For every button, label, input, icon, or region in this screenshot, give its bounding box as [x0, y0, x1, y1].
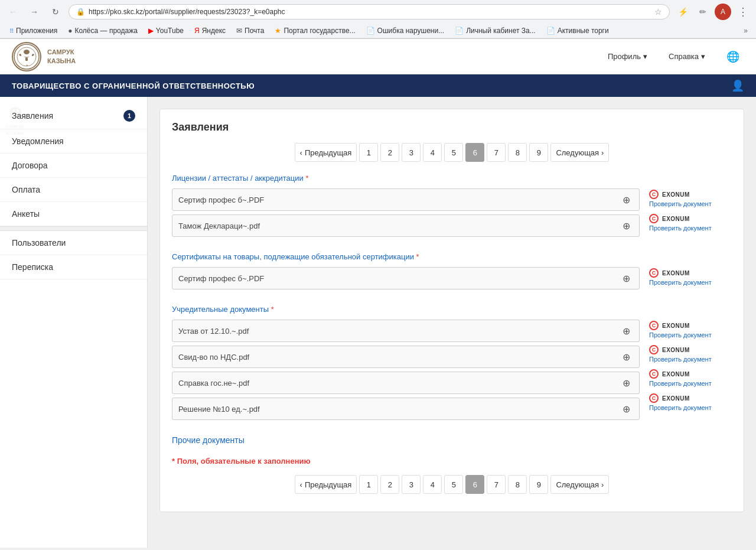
- founding-download-3[interactable]: ⊕: [619, 376, 633, 390]
- bookmark-mail-label: Почта: [245, 27, 264, 35]
- required-note-text: Поля, обязательные к заполнению: [177, 457, 311, 466]
- profile-button[interactable]: Профиль ▾: [603, 50, 652, 63]
- sidebar-item-applications[interactable]: Заявления 1: [0, 103, 147, 129]
- sidebar-item-correspondence[interactable]: Переписка: [0, 255, 147, 279]
- back-button[interactable]: ←: [5, 4, 21, 20]
- bookmark-youtube[interactable]: ▶ YouTube: [144, 25, 188, 37]
- certs-required-star: *: [416, 252, 419, 261]
- exonum-verify-link-license-1[interactable]: Проверить документ: [649, 200, 712, 207]
- page-5-button-bottom[interactable]: 5: [444, 475, 463, 494]
- page-5-button-top[interactable]: 5: [444, 143, 463, 162]
- bookmark-yandex[interactable]: Я Яндекс: [190, 25, 230, 37]
- other-docs-link[interactable]: Прочие документы: [172, 435, 245, 445]
- required-star-inline: *: [172, 457, 177, 466]
- page-3-button-bottom[interactable]: 3: [402, 475, 421, 494]
- exonum-c-icon-founding-1: C: [649, 321, 659, 330]
- exonum-c-icon-license-1: C: [649, 190, 659, 199]
- cert-download-1[interactable]: ⊕: [619, 271, 633, 285]
- page-2-button-top[interactable]: 2: [380, 143, 399, 162]
- founding-download-1[interactable]: ⊕: [619, 324, 633, 338]
- exonum-verify-link-founding-4[interactable]: Проверить документ: [649, 404, 712, 411]
- pen-button[interactable]: ✏: [695, 4, 711, 20]
- exonum-verify-link-cert-1[interactable]: Проверить документ: [649, 279, 712, 286]
- page-7-button-top[interactable]: 7: [487, 143, 506, 162]
- bookmark-portal-label: Портал государстве...: [284, 27, 355, 35]
- next-page-button-bottom[interactable]: Следующая ›: [550, 475, 609, 494]
- logo-line2: КАЗЫНА: [47, 57, 76, 65]
- next-label-bottom: Следующая: [556, 480, 599, 489]
- exonum-verify-link-license-2[interactable]: Проверить документ: [649, 224, 712, 232]
- bookmark-apps[interactable]: ⠿ Приложения: [5, 25, 62, 37]
- prev-label-bottom: Предыдущая: [305, 480, 352, 489]
- sidebar-item-questionnaires[interactable]: Анкеты: [0, 202, 147, 226]
- exonum-c-icon-license-2: C: [649, 214, 659, 223]
- page-6-button-bottom[interactable]: 6: [465, 475, 484, 494]
- bookmark-wheels[interactable]: ● Колёса — продажа: [63, 25, 142, 37]
- page-1-button-bottom[interactable]: 1: [359, 475, 378, 494]
- cert-file-1: Сертиф профес б~.PDF ⊕: [172, 267, 640, 289]
- page-6-button-top[interactable]: 6: [465, 143, 484, 162]
- exonum-c-icon-founding-2: C: [649, 345, 659, 354]
- bookmark-mail[interactable]: ✉ Почта: [232, 25, 269, 37]
- menu-button[interactable]: ⋮: [735, 4, 751, 20]
- exonum-brand-row-founding-1: C EXONUM: [649, 321, 732, 330]
- exonum-verify-link-founding-3[interactable]: Проверить документ: [649, 380, 712, 387]
- browser-toolbar: ← → ↻ 🔒 ☆ ⚡ ✏ A ⋮: [0, 0, 756, 24]
- exonum-brand-row-founding-3: C EXONUM: [649, 369, 732, 379]
- extensions-button[interactable]: ⚡: [674, 4, 691, 20]
- language-button[interactable]: 🌐: [722, 48, 744, 66]
- certificates-title: Сертификаты на товары, подлежащие обязат…: [172, 252, 732, 261]
- founding-file-row-4: Решение №10 ед.~.pdf ⊕: [172, 398, 640, 420]
- bookmark-active-trades[interactable]: 📄 Активные торги: [542, 25, 614, 37]
- company-banner: ТОВАРИЩЕСТВО С ОГРАНИЧЕННОЙ ОТВЕТСТВЕННО…: [0, 74, 756, 97]
- founding-download-2[interactable]: ⊕: [619, 350, 633, 364]
- page-7-button-bottom[interactable]: 7: [487, 475, 506, 494]
- sidebar-item-contracts[interactable]: Договора: [0, 154, 147, 178]
- bookmark-error-label: Ошибка нарушени...: [377, 27, 445, 35]
- bookmark-portal[interactable]: ★ Портал государстве...: [270, 25, 360, 37]
- page-8-button-bottom[interactable]: 8: [508, 475, 527, 494]
- page-4-button-bottom[interactable]: 4: [423, 475, 442, 494]
- founding-required-star: *: [271, 305, 274, 314]
- bookmark-lk[interactable]: 📄 Личный кабинет За...: [450, 25, 540, 37]
- exonum-logo-founding-3: C: [649, 369, 659, 379]
- page-3-button-top[interactable]: 3: [402, 143, 421, 162]
- page-1-button-top[interactable]: 1: [359, 143, 378, 162]
- licenses-title: Лицензии / аттестаты / аккредитации *: [172, 174, 732, 183]
- sidebar-item-payment[interactable]: Оплата: [0, 178, 147, 202]
- star-icon[interactable]: ☆: [654, 7, 662, 17]
- sidebar-item-notifications[interactable]: Уведомления: [0, 129, 147, 154]
- header-nav: Профиль ▾ Справка ▾ 🌐: [603, 48, 744, 66]
- user-avatar[interactable]: A: [715, 4, 731, 20]
- page-9-button-top[interactable]: 9: [529, 143, 548, 162]
- bookmark-error[interactable]: 📄 Ошибка нарушени...: [361, 25, 449, 37]
- address-bar[interactable]: 🔒 ☆: [69, 4, 670, 19]
- founding-download-4[interactable]: ⊕: [619, 402, 633, 416]
- exonum-brand-label-license-1: EXONUM: [662, 191, 690, 198]
- page-2-button-bottom[interactable]: 2: [380, 475, 399, 494]
- page-4-button-top[interactable]: 4: [423, 143, 442, 162]
- exonum-verify-link-founding-1[interactable]: Проверить документ: [649, 331, 712, 339]
- prev-page-button-bottom[interactable]: ‹ Предыдущая: [295, 475, 357, 494]
- logo-text: САМРУК КАЗЫНА: [47, 48, 76, 65]
- help-button[interactable]: Справка ▾: [664, 50, 710, 63]
- yandex-icon: Я: [194, 27, 200, 35]
- founding-section: Учредительные документы * Устав от 12.10…: [172, 305, 732, 424]
- license-download-1[interactable]: ⊕: [619, 193, 633, 207]
- prev-page-button-top[interactable]: ‹ Предыдущая: [295, 143, 357, 162]
- url-input[interactable]: [89, 8, 651, 16]
- page-8-button-top[interactable]: 8: [508, 143, 527, 162]
- exonum-verify-link-founding-2[interactable]: Проверить документ: [649, 356, 712, 363]
- bookmarks-more-button[interactable]: »: [740, 25, 751, 37]
- required-note: * Поля, обязательные к заполнению: [172, 457, 732, 466]
- user-icon: 👤: [731, 79, 745, 92]
- license-download-2[interactable]: ⊕: [619, 219, 633, 233]
- forward-button[interactable]: →: [26, 4, 43, 20]
- reload-button[interactable]: ↻: [47, 4, 64, 20]
- exonum-brand-label-founding-1: EXONUM: [662, 323, 690, 329]
- page-9-button-bottom[interactable]: 9: [529, 475, 548, 494]
- exonum-block-cert-1: C EXONUM Проверить документ: [649, 267, 732, 288]
- next-page-button-top[interactable]: Следующая ›: [550, 143, 609, 162]
- sidebar-item-users[interactable]: Пользователи: [0, 231, 147, 255]
- main-content: ⊕САМРУК КАЗЫНА ✦САМРУК КАЗЫНА ⊕САМРУК КА…: [148, 97, 756, 548]
